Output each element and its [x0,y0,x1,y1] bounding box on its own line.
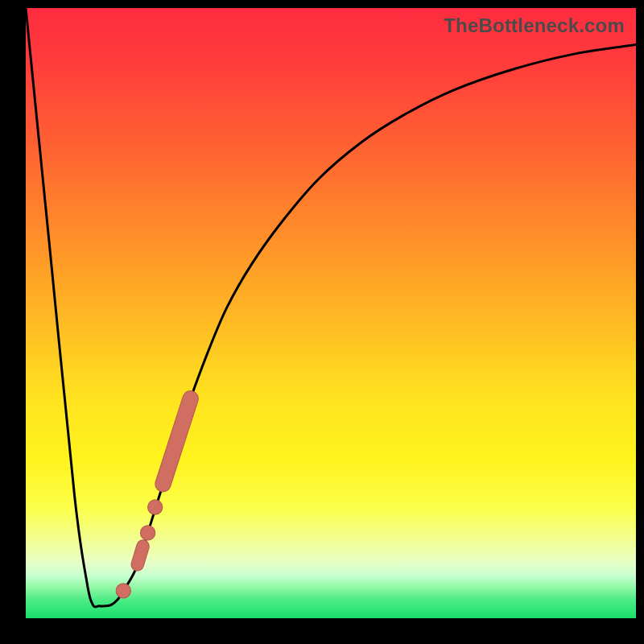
marker-pill-0 [163,398,191,484]
chart-plot-area: TheBottleneck.com [26,8,636,618]
chart-svg [26,8,636,618]
chart-frame: TheBottleneck.com [0,0,644,644]
marker-pill-3 [138,547,143,565]
marker-dot-2 [141,526,155,540]
bottleneck-curve [26,8,636,607]
marker-dot-4 [116,584,130,598]
curve-markers [116,398,190,598]
marker-dot-1 [148,500,163,514]
